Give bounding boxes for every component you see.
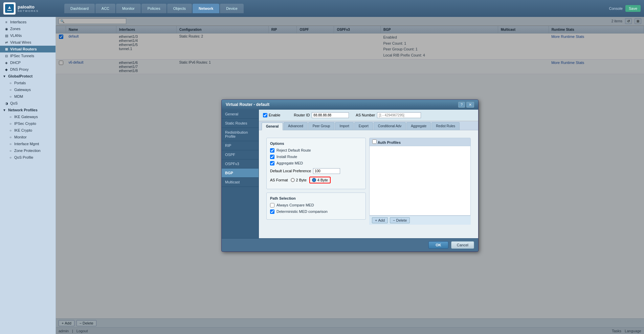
logo-text-area: paloalto NETWORKS bbox=[18, 4, 39, 13]
router-id-input[interactable] bbox=[312, 112, 349, 118]
options-section: Options Reject Default Route Install Rou… bbox=[266, 138, 366, 189]
deterministic-med-label: Deterministic MED comparison bbox=[276, 209, 328, 214]
sidebar-item-qos[interactable]: ◑ QoS bbox=[0, 100, 55, 107]
bgp-tab-redist-rules[interactable]: Redist Rules bbox=[431, 122, 460, 130]
as-format-2byte-option[interactable]: 2 Byte bbox=[291, 178, 307, 182]
install-route-checkbox[interactable] bbox=[270, 155, 274, 159]
always-compare-med-checkbox[interactable] bbox=[270, 203, 274, 207]
ok-button[interactable]: OK bbox=[428, 241, 448, 249]
auth-add-delete-row: + Add − Delete bbox=[369, 216, 471, 225]
sidebar-item-zone-protection[interactable]: ○ Zone Protection bbox=[0, 147, 55, 154]
as-format-4byte-option[interactable]: 4 Byte bbox=[309, 177, 331, 183]
bgp-tab-export[interactable]: Export bbox=[354, 122, 373, 130]
sidebar-item-monitor[interactable]: ○ Monitor bbox=[0, 134, 55, 140]
bgp-general-content: Options Reject Default Route Install Rou… bbox=[259, 130, 478, 238]
as-number-label: AS Number bbox=[356, 113, 375, 117]
modal-top-row: Enable Router ID AS Number bbox=[259, 110, 478, 121]
bgp-tab-advanced[interactable]: Advanced bbox=[284, 122, 307, 130]
as-format-2byte-label: 2 Byte bbox=[296, 178, 307, 182]
section-general[interactable]: General bbox=[222, 110, 259, 119]
enable-row: Enable bbox=[263, 113, 280, 117]
bgp-tab-general[interactable]: General bbox=[262, 123, 283, 130]
sidebar-item-virtual-routers[interactable]: ⊞ Virtual Routers bbox=[0, 46, 55, 52]
path-selection-section: Path Selection Always Compare MED Determ… bbox=[266, 193, 366, 220]
section-multicast[interactable]: Multicast bbox=[222, 178, 259, 187]
auth-profiles-checkbox[interactable] bbox=[372, 139, 377, 144]
bgp-tab-conditional-adv[interactable]: Conditional Adv bbox=[374, 122, 406, 130]
sidebar-item-interfaces[interactable]: ≡ Interfaces bbox=[0, 19, 55, 25]
sidebar-item-gateways[interactable]: ○ Gateways bbox=[0, 86, 55, 93]
sidebar-item-dhcp[interactable]: ◈ DHCP bbox=[0, 59, 55, 66]
default-local-pref-label: Default Local Preference bbox=[270, 169, 311, 173]
sidebar-item-dns-proxy[interactable]: ◆ DNS Proxy bbox=[0, 66, 55, 73]
auth-profiles-title: Auth Profiles bbox=[378, 140, 401, 144]
sidebar-group-network-profiles[interactable]: ▼ Network Profiles bbox=[0, 107, 55, 113]
mdm-icon: ○ bbox=[8, 95, 13, 98]
modal-close-button[interactable]: ✕ bbox=[466, 102, 474, 108]
console-link[interactable]: Console bbox=[609, 6, 623, 10]
sidebar-item-interface-mgmt[interactable]: ○ Interface Mgmt bbox=[0, 140, 55, 147]
interfaces-icon: ≡ bbox=[4, 20, 9, 24]
sidebar-item-ike-crypto[interactable]: ○ IKE Crypto bbox=[0, 127, 55, 134]
portals-icon: ○ bbox=[8, 81, 13, 85]
sidebar-item-virtual-wires[interactable]: ⇌ Virtual Wires bbox=[0, 39, 55, 46]
as-number-input[interactable] bbox=[377, 112, 421, 118]
tab-policies[interactable]: Policies bbox=[141, 4, 166, 13]
sidebar-item-ipsec-crypto[interactable]: ○ IPSec Crypto bbox=[0, 120, 55, 127]
bgp-tab-peer-group[interactable]: Peer Group bbox=[308, 122, 335, 130]
default-local-pref-input[interactable] bbox=[313, 168, 340, 174]
auth-add-button[interactable]: + Add bbox=[372, 217, 388, 223]
bgp-tab-aggregate[interactable]: Aggregate bbox=[406, 122, 431, 130]
section-rip[interactable]: RIP bbox=[222, 141, 259, 150]
tab-device[interactable]: Device bbox=[220, 4, 244, 13]
sidebar-item-zones[interactable]: ◉ Zones bbox=[0, 25, 55, 32]
aggregate-med-label: Aggregate MED bbox=[276, 161, 303, 165]
modal-header-buttons: ? ✕ bbox=[458, 102, 474, 108]
deterministic-med-checkbox[interactable] bbox=[270, 209, 274, 214]
two-col-layout: Options Reject Default Route Install Rou… bbox=[263, 134, 474, 228]
aggregate-med-checkbox[interactable] bbox=[270, 161, 274, 165]
dhcp-icon: ◈ bbox=[4, 61, 9, 65]
tab-objects[interactable]: Objects bbox=[167, 4, 192, 13]
virtual-wires-icon: ⇌ bbox=[4, 41, 9, 44]
section-ospfv3[interactable]: OSPFv3 bbox=[222, 159, 259, 169]
section-static-routes[interactable]: Static Routes bbox=[222, 119, 259, 128]
as-format-row: AS Format 2 Byte 4 Byte bbox=[270, 177, 362, 183]
bgp-tab-import[interactable]: Import bbox=[335, 122, 353, 130]
option-aggregate-med: Aggregate MED bbox=[270, 161, 362, 165]
option-reject-default: Reject Default Route bbox=[270, 148, 362, 153]
tab-acc[interactable]: ACC bbox=[95, 4, 115, 13]
tab-network[interactable]: Network bbox=[193, 4, 219, 13]
modal-section-nav: General Static Routes Redistribution Pro… bbox=[222, 110, 259, 238]
sidebar-item-mdm[interactable]: ○ MDM bbox=[0, 93, 55, 100]
sidebar-item-ike-gateways[interactable]: ○ IKE Gateways bbox=[0, 113, 55, 120]
section-ospf[interactable]: OSPF bbox=[222, 150, 259, 159]
save-button[interactable]: Save bbox=[625, 5, 641, 12]
modal-help-button[interactable]: ? bbox=[458, 102, 465, 108]
virtual-routers-icon: ⊞ bbox=[4, 47, 9, 51]
tab-monitor[interactable]: Monitor bbox=[116, 4, 141, 13]
reject-default-checkbox[interactable] bbox=[270, 148, 274, 153]
sidebar-item-qos-profile[interactable]: ○ QoS Profile bbox=[0, 154, 55, 161]
as-format-4byte-radio[interactable] bbox=[312, 178, 316, 182]
tab-dashboard[interactable]: Dashboard bbox=[64, 4, 95, 13]
section-redistribution-profile[interactable]: Redistribution Profile bbox=[222, 128, 259, 141]
sidebar-item-portals[interactable]: ○ Portals bbox=[0, 80, 55, 86]
sidebar-item-vlans[interactable]: ▤ VLANs bbox=[0, 32, 55, 39]
modal-right-panel: Enable Router ID AS Number bbox=[259, 110, 478, 238]
cancel-button[interactable]: Cancel bbox=[451, 241, 474, 249]
qos-icon: ◑ bbox=[4, 102, 9, 105]
sidebar-group-globalprotect[interactable]: ▼ GlobalProtect bbox=[0, 73, 55, 80]
auth-delete-button[interactable]: − Delete bbox=[390, 217, 410, 223]
modal-header: Virtual Router - default ? ✕ bbox=[222, 100, 478, 110]
as-format-2byte-radio[interactable] bbox=[291, 178, 295, 182]
section-bgp[interactable]: BGP bbox=[222, 169, 259, 178]
logo-area: paloalto NETWORKS bbox=[3, 2, 58, 15]
sidebar-item-ipsec-tunnels[interactable]: ⊟ IPSec Tunnels bbox=[0, 52, 55, 59]
auth-profiles-panel: Auth Profiles bbox=[369, 138, 471, 216]
logo-icon bbox=[3, 2, 16, 15]
top-nav-bar: paloalto NETWORKS Dashboard ACC Monitor … bbox=[0, 0, 644, 17]
enable-checkbox[interactable] bbox=[263, 113, 267, 117]
router-id-label: Router ID bbox=[294, 113, 310, 117]
option-install-route: Install Route bbox=[270, 155, 362, 159]
